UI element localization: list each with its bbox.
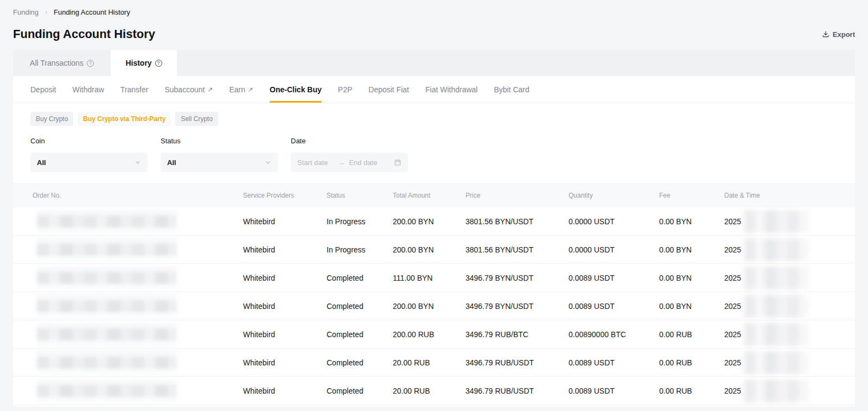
pill-buy-crypto-via-third-party[interactable]: Buy Crypto via Third-Party xyxy=(78,112,171,126)
fee-cell: 0.00 BYN xyxy=(659,217,724,226)
price-cell: 3496.79 BYN/USDT xyxy=(465,274,569,282)
tab-label: All Transactions xyxy=(30,59,84,67)
redacted-order-no xyxy=(37,300,177,312)
date-time-cell: 2025 xyxy=(724,351,855,374)
redacted-order-no xyxy=(37,244,177,256)
redacted-date xyxy=(744,210,808,233)
pill-buy-crypto[interactable]: Buy Crypto xyxy=(30,112,73,126)
coin-select-value: All xyxy=(37,159,46,167)
download-icon xyxy=(822,30,829,38)
subtab-bybit-card[interactable]: Bybit Card xyxy=(494,76,529,103)
date-year: 2025 xyxy=(724,217,741,226)
start-date-placeholder[interactable]: Start date xyxy=(297,159,328,167)
price-cell: 3496.79 RUB/BTC xyxy=(465,330,569,339)
subtab-label: Deposit xyxy=(30,85,56,94)
fee-cell: 0.00 BYN xyxy=(659,274,724,282)
column-header-price: Price xyxy=(465,192,569,199)
subtab-subaccount[interactable]: Subaccount↗ xyxy=(164,76,213,103)
help-icon[interactable]: ? xyxy=(155,60,162,67)
date-time-cell: 2025 xyxy=(724,238,855,261)
table-row: WhitebirdCompleted20.00 RUB3496.79 RUB/U… xyxy=(13,349,855,377)
price-cell: 3496.79 RUB/USDT xyxy=(465,358,569,367)
subtab-fiat-withdrawal[interactable]: Fiat Withdrawal xyxy=(425,76,477,103)
redacted-date xyxy=(744,380,808,402)
status-cell: Completed xyxy=(327,330,393,339)
content-card: DepositWithdrawTransferSubaccount↗Earn↗O… xyxy=(13,76,855,407)
export-label: Export xyxy=(833,30,855,39)
total-amount-cell: 20.00 RUB xyxy=(393,358,465,367)
tab-history[interactable]: History ? xyxy=(111,50,177,76)
breadcrumb-funding-link[interactable]: Funding xyxy=(13,8,39,16)
help-icon[interactable]: ? xyxy=(87,60,94,67)
subtab-earn[interactable]: Earn↗ xyxy=(229,76,253,103)
status-cell: In Progress xyxy=(327,217,393,226)
table-row: WhitebirdCompleted20.00 RUB3496.79 RUB/U… xyxy=(13,377,855,405)
price-cell: 3496.79 BYN/USDT xyxy=(465,302,569,311)
breadcrumb: Funding Funding Account History xyxy=(13,0,855,16)
column-header-total-amount: Total Amount xyxy=(393,192,465,199)
status-filter-label: Status xyxy=(161,137,278,145)
subtab-deposit[interactable]: Deposit xyxy=(30,76,56,103)
subtab-p2p[interactable]: P2P xyxy=(338,76,352,103)
coin-select[interactable]: All xyxy=(30,153,148,172)
subtab-transfer[interactable]: Transfer xyxy=(120,76,149,103)
subtab-deposit-fiat[interactable]: Deposit Fiat xyxy=(368,76,409,103)
column-header-fee: Fee xyxy=(659,192,724,199)
column-header-service-providers: Service Providers xyxy=(243,192,327,199)
order-no-cell xyxy=(13,357,243,369)
status-select[interactable]: All xyxy=(161,153,278,172)
fee-cell: 0.00 BYN xyxy=(659,302,724,311)
status-select-value: All xyxy=(167,159,176,167)
chevron-down-icon xyxy=(135,159,141,166)
pill-sell-crypto[interactable]: Sell Crypto xyxy=(175,112,218,126)
fee-cell: 0.00 RUB xyxy=(659,387,724,395)
end-date-placeholder[interactable]: End date xyxy=(349,159,377,167)
date-time-cell: 2025 xyxy=(724,210,855,233)
price-cell: 3801.56 BYN/USDT xyxy=(465,245,569,254)
order-no-cell xyxy=(13,272,243,284)
subtab-label: Deposit Fiat xyxy=(368,85,409,94)
subtab-withdraw[interactable]: Withdraw xyxy=(72,76,104,103)
total-amount-cell: 200.00 BYN xyxy=(393,245,465,254)
tab-label: History xyxy=(125,59,151,67)
service-provider-cell: Whitebird xyxy=(243,330,327,339)
fee-cell: 0.00 BYN xyxy=(659,245,724,254)
order-no-cell xyxy=(13,244,243,256)
calendar-icon[interactable] xyxy=(394,159,401,166)
main-tabbar: All Transactions ? History ? xyxy=(13,50,855,76)
export-button[interactable]: Export xyxy=(822,30,855,39)
redacted-date xyxy=(744,351,808,374)
date-year: 2025 xyxy=(724,387,741,395)
date-year: 2025 xyxy=(724,245,741,254)
table-row: WhitebirdCompleted200.00 RUB3496.79 RUB/… xyxy=(13,320,855,349)
tab-all-transactions[interactable]: All Transactions ? xyxy=(13,50,111,76)
fee-cell: 0.00 RUB xyxy=(659,358,724,367)
table-row: WhitebirdCompleted200.00 BYN3496.79 BYN/… xyxy=(13,292,855,320)
breadcrumb-current: Funding Account History xyxy=(54,8,130,16)
date-time-cell: 2025 xyxy=(724,380,855,402)
subtab-label: Subaccount xyxy=(164,85,205,94)
service-provider-cell: Whitebird xyxy=(243,302,327,311)
external-link-icon: ↗ xyxy=(248,86,253,93)
subtab-one-click-buy[interactable]: One-Click Buy xyxy=(270,76,322,103)
redacted-date xyxy=(744,267,808,289)
column-header-order-no: Order No. xyxy=(13,192,243,199)
subtab-label: One-Click Buy xyxy=(270,85,322,94)
total-amount-cell: 200.00 BYN xyxy=(393,302,465,311)
redacted-date xyxy=(744,295,808,318)
date-year: 2025 xyxy=(724,358,741,367)
date-time-cell: 2025 xyxy=(724,323,855,346)
service-provider-cell: Whitebird xyxy=(243,245,327,254)
order-no-cell xyxy=(13,216,243,227)
redacted-order-no xyxy=(37,272,177,284)
table-body: WhitebirdIn Progress200.00 BYN3801.56 BY… xyxy=(13,207,855,405)
chevron-right-icon xyxy=(43,10,49,15)
filters: Coin All Status All Date xyxy=(13,126,855,172)
date-range-input[interactable]: Start date → End date xyxy=(291,153,408,172)
status-filter-group: Status All xyxy=(161,137,278,172)
subtab-label: Fiat Withdrawal xyxy=(425,85,477,94)
date-time-cell: 2025 xyxy=(724,267,855,289)
fee-cell: 0.00 RUB xyxy=(659,330,724,339)
service-provider-cell: Whitebird xyxy=(243,387,327,395)
quantity-cell: 0.0000 USDT xyxy=(569,245,659,254)
